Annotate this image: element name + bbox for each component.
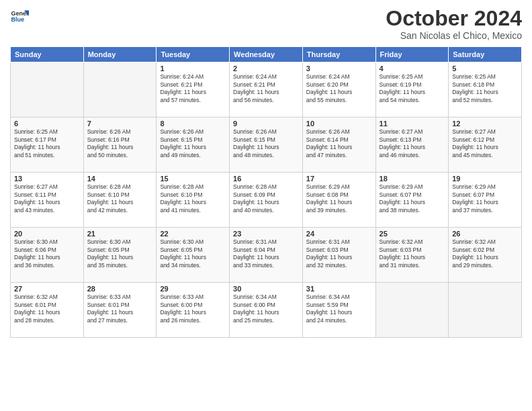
calendar-cell: 15Sunrise: 6:28 AM Sunset: 6:10 PM Dayli… [157,173,230,228]
day-number: 15 [160,175,226,183]
day-number: 18 [380,175,445,183]
calendar-cell: 5Sunrise: 6:25 AM Sunset: 6:18 PM Daylig… [449,62,522,118]
day-info: Sunrise: 6:29 AM Sunset: 6:08 PM Dayligh… [306,183,372,214]
day-number: 17 [306,175,372,183]
day-number: 10 [306,120,372,128]
day-number: 6 [14,120,80,128]
col-header-sunday: Sunday [11,47,84,62]
day-info: Sunrise: 6:27 AM Sunset: 6:11 PM Dayligh… [14,183,80,214]
col-header-wednesday: Wednesday [230,47,303,62]
day-number: 29 [160,285,226,293]
calendar-cell [449,283,522,338]
calendar-cell: 19Sunrise: 6:29 AM Sunset: 6:07 PM Dayli… [449,173,522,228]
col-header-monday: Monday [83,47,157,62]
logo: General Blue [10,7,29,26]
day-number: 16 [233,175,299,183]
calendar-cell: 26Sunrise: 6:32 AM Sunset: 6:02 PM Dayli… [449,228,522,283]
calendar-cell: 21Sunrise: 6:30 AM Sunset: 6:05 PM Dayli… [83,228,157,283]
day-info: Sunrise: 6:26 AM Sunset: 6:15 PM Dayligh… [160,128,226,159]
day-info: Sunrise: 6:32 AM Sunset: 6:01 PM Dayligh… [14,293,80,324]
day-info: Sunrise: 6:33 AM Sunset: 6:01 PM Dayligh… [87,293,153,324]
day-number: 8 [160,120,226,128]
calendar-cell: 27Sunrise: 6:32 AM Sunset: 6:01 PM Dayli… [11,283,84,338]
day-number: 28 [87,285,153,293]
day-info: Sunrise: 6:29 AM Sunset: 6:07 PM Dayligh… [380,183,445,214]
day-info: Sunrise: 6:25 AM Sunset: 6:17 PM Dayligh… [14,128,80,159]
day-info: Sunrise: 6:31 AM Sunset: 6:04 PM Dayligh… [233,238,299,269]
calendar-cell: 23Sunrise: 6:31 AM Sunset: 6:04 PM Dayli… [230,228,303,283]
day-info: Sunrise: 6:27 AM Sunset: 6:12 PM Dayligh… [452,128,518,159]
calendar-cell: 2Sunrise: 6:24 AM Sunset: 6:21 PM Daylig… [230,62,303,118]
calendar-week-row: 27Sunrise: 6:32 AM Sunset: 6:01 PM Dayli… [11,283,522,338]
calendar-week-row: 6Sunrise: 6:25 AM Sunset: 6:17 PM Daylig… [11,118,522,173]
day-info: Sunrise: 6:33 AM Sunset: 6:00 PM Dayligh… [160,293,226,324]
day-number: 7 [87,120,153,128]
day-info: Sunrise: 6:30 AM Sunset: 6:05 PM Dayligh… [160,238,226,269]
calendar-cell: 22Sunrise: 6:30 AM Sunset: 6:05 PM Dayli… [157,228,230,283]
calendar-cell: 28Sunrise: 6:33 AM Sunset: 6:01 PM Dayli… [83,283,157,338]
day-number: 22 [160,230,226,238]
day-number: 13 [14,175,80,183]
calendar-cell: 20Sunrise: 6:30 AM Sunset: 6:06 PM Dayli… [11,228,84,283]
calendar-cell: 9Sunrise: 6:26 AM Sunset: 6:15 PM Daylig… [230,118,303,173]
calendar-cell: 11Sunrise: 6:27 AM Sunset: 6:13 PM Dayli… [375,118,449,173]
day-number: 23 [233,230,299,238]
day-info: Sunrise: 6:34 AM Sunset: 6:00 PM Dayligh… [233,293,299,324]
day-number: 12 [452,120,518,128]
calendar-cell: 24Sunrise: 6:31 AM Sunset: 6:03 PM Dayli… [302,228,375,283]
day-info: Sunrise: 6:24 AM Sunset: 6:21 PM Dayligh… [233,73,299,104]
calendar-week-row: 1Sunrise: 6:24 AM Sunset: 6:21 PM Daylig… [11,62,522,118]
day-info: Sunrise: 6:32 AM Sunset: 6:02 PM Dayligh… [452,238,518,269]
day-info: Sunrise: 6:30 AM Sunset: 6:05 PM Dayligh… [87,238,153,269]
col-header-tuesday: Tuesday [157,47,230,62]
day-number: 27 [14,285,80,293]
day-info: Sunrise: 6:34 AM Sunset: 5:59 PM Dayligh… [306,293,372,324]
calendar-cell: 6Sunrise: 6:25 AM Sunset: 6:17 PM Daylig… [11,118,84,173]
day-info: Sunrise: 6:28 AM Sunset: 6:10 PM Dayligh… [87,183,153,214]
day-info: Sunrise: 6:28 AM Sunset: 6:10 PM Dayligh… [160,183,226,214]
calendar-cell: 29Sunrise: 6:33 AM Sunset: 6:00 PM Dayli… [157,283,230,338]
calendar-cell: 31Sunrise: 6:34 AM Sunset: 5:59 PM Dayli… [302,283,375,338]
day-number: 21 [87,230,153,238]
day-info: Sunrise: 6:32 AM Sunset: 6:03 PM Dayligh… [380,238,445,269]
calendar-cell: 25Sunrise: 6:32 AM Sunset: 6:03 PM Dayli… [375,228,449,283]
calendar-cell: 3Sunrise: 6:24 AM Sunset: 6:20 PM Daylig… [302,62,375,118]
day-number: 30 [233,285,299,293]
day-info: Sunrise: 6:31 AM Sunset: 6:03 PM Dayligh… [306,238,372,269]
day-number: 31 [306,285,372,293]
col-header-friday: Friday [375,47,449,62]
calendar-cell: 1Sunrise: 6:24 AM Sunset: 6:21 PM Daylig… [157,62,230,118]
calendar-cell: 4Sunrise: 6:25 AM Sunset: 6:19 PM Daylig… [375,62,449,118]
col-header-thursday: Thursday [302,47,375,62]
calendar-cell: 12Sunrise: 6:27 AM Sunset: 6:12 PM Dayli… [449,118,522,173]
calendar-cell: 8Sunrise: 6:26 AM Sunset: 6:15 PM Daylig… [157,118,230,173]
calendar-cell: 7Sunrise: 6:26 AM Sunset: 6:16 PM Daylig… [83,118,157,173]
calendar-cell: 13Sunrise: 6:27 AM Sunset: 6:11 PM Dayli… [11,173,84,228]
day-number: 11 [380,120,445,128]
col-header-saturday: Saturday [449,47,522,62]
day-info: Sunrise: 6:29 AM Sunset: 6:07 PM Dayligh… [452,183,518,214]
day-info: Sunrise: 6:26 AM Sunset: 6:16 PM Dayligh… [87,128,153,159]
day-info: Sunrise: 6:28 AM Sunset: 6:09 PM Dayligh… [233,183,299,214]
day-number: 3 [306,64,372,73]
title-block: October 2024 San Nicolas el Chico, Mexic… [386,7,522,41]
location-subtitle: San Nicolas el Chico, Mexico [386,30,522,41]
day-info: Sunrise: 6:24 AM Sunset: 6:21 PM Dayligh… [160,73,226,104]
calendar-cell: 10Sunrise: 6:26 AM Sunset: 6:14 PM Dayli… [302,118,375,173]
day-number: 25 [380,230,445,238]
calendar-week-row: 13Sunrise: 6:27 AM Sunset: 6:11 PM Dayli… [11,173,522,228]
day-number: 19 [452,175,518,183]
day-number: 24 [306,230,372,238]
day-info: Sunrise: 6:24 AM Sunset: 6:20 PM Dayligh… [306,73,372,104]
day-number: 1 [160,64,226,73]
day-number: 26 [452,230,518,238]
day-info: Sunrise: 6:30 AM Sunset: 6:06 PM Dayligh… [14,238,80,269]
day-info: Sunrise: 6:26 AM Sunset: 6:15 PM Dayligh… [233,128,299,159]
svg-text:Blue: Blue [11,16,24,23]
day-number: 5 [452,64,518,73]
calendar-table: SundayMondayTuesdayWednesdayThursdayFrid… [10,46,522,338]
day-info: Sunrise: 6:25 AM Sunset: 6:18 PM Dayligh… [452,73,518,104]
calendar-cell [83,62,157,118]
calendar-cell: 17Sunrise: 6:29 AM Sunset: 6:08 PM Dayli… [302,173,375,228]
calendar-cell [375,283,449,338]
